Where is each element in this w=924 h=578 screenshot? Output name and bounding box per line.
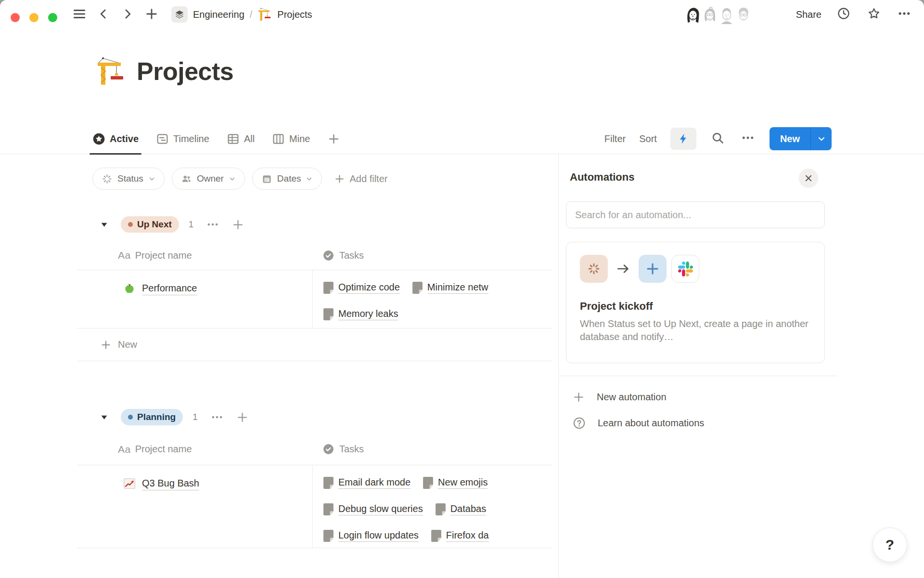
group-add-button[interactable]	[231, 218, 244, 231]
teamspace-icon[interactable]	[171, 6, 188, 23]
task-chip[interactable]: Debug slow queries	[323, 503, 423, 515]
page-icon	[323, 503, 334, 515]
clock-icon	[837, 7, 850, 22]
forward-button[interactable]	[119, 7, 136, 23]
filter-chip-status[interactable]: Status	[92, 168, 165, 190]
learn-about-automations-link[interactable]: Learn about automations	[573, 414, 704, 432]
automation-card-project-kickoff[interactable]: Project kickoff When Status set to Up Ne…	[566, 242, 825, 363]
green-apple-emoji	[123, 282, 136, 295]
new-page-button[interactable]	[143, 7, 160, 23]
project-name-cell[interactable]: Q3 Bug Bash	[77, 465, 313, 548]
chevron-down-icon	[148, 175, 155, 183]
tab-timeline[interactable]: Timeline	[156, 123, 209, 154]
tab-all[interactable]: All	[227, 123, 255, 154]
crane-emoji	[257, 7, 272, 22]
task-title-link[interactable]: Memory leaks	[338, 308, 398, 320]
filter-button[interactable]: Filter	[604, 133, 626, 144]
task-chip[interactable]: Email dark mode	[323, 477, 411, 489]
close-window-button[interactable]	[11, 13, 20, 22]
status-pill-up-next[interactable]: Up Next	[121, 216, 179, 233]
help-button[interactable]: ?	[873, 527, 907, 562]
crane-emoji	[95, 56, 126, 87]
automations-button[interactable]	[670, 128, 696, 150]
task-chip[interactable]: Memory leaks	[323, 308, 398, 320]
collapse-toggle-icon[interactable]	[100, 413, 108, 421]
task-title-link[interactable]: Optimize code	[338, 282, 400, 294]
ellipsis-icon	[741, 131, 755, 147]
task-title-link[interactable]: Login flow updates	[338, 530, 419, 542]
new-entry-dropdown[interactable]	[810, 127, 832, 150]
tasks-cell: Email dark mode New emojis Debug slow qu…	[313, 465, 552, 548]
close-panel-button[interactable]	[799, 169, 818, 188]
collapse-toggle-icon[interactable]	[100, 221, 108, 229]
favorite-button[interactable]	[866, 6, 882, 23]
tab-active[interactable]: Active	[92, 123, 139, 154]
breadcrumb-teamspace[interactable]: Engineering	[193, 9, 244, 20]
add-view-button[interactable]	[327, 123, 340, 154]
slack-icon	[671, 255, 699, 283]
search-view-button[interactable]	[710, 131, 726, 147]
new-row-button[interactable]: New	[77, 328, 552, 361]
task-title-link[interactable]: Debug slow queries	[338, 503, 423, 515]
sort-button[interactable]: Sort	[639, 133, 657, 144]
task-chip[interactable]: Minimize netw	[412, 282, 488, 294]
updates-clock-button[interactable]	[835, 6, 852, 23]
new-automation-button[interactable]: New automation	[573, 388, 667, 406]
status-dot	[128, 222, 133, 227]
task-chip[interactable]: Login flow updates	[323, 530, 419, 542]
arrow-right-icon	[616, 261, 631, 276]
table-columns-header: Aa Project name Tasks	[77, 241, 552, 270]
project-title-link[interactable]: Performance	[142, 282, 197, 295]
add-filter-button[interactable]: Add filter	[334, 173, 387, 184]
zoom-window-button[interactable]	[48, 13, 57, 22]
automation-search-input[interactable]	[566, 202, 824, 228]
minimize-window-button[interactable]	[29, 13, 38, 22]
chart-increasing-emoji	[123, 477, 136, 490]
tab-mine[interactable]: Mine	[272, 123, 310, 154]
share-button[interactable]: Share	[796, 9, 821, 20]
page-icon	[323, 308, 334, 320]
page-icon	[323, 530, 334, 542]
task-title-link[interactable]: Firefox da	[446, 530, 489, 542]
task-chip[interactable]: Databas	[436, 503, 487, 515]
plus-icon	[145, 7, 158, 23]
chevron-down-icon	[306, 175, 313, 183]
column-header-tasks[interactable]: Tasks	[313, 443, 364, 455]
task-chip[interactable]: New emojis	[423, 477, 488, 489]
filter-chip-owner[interactable]: Owner	[172, 168, 245, 190]
column-header-project-name[interactable]: Aa Project name	[77, 444, 313, 455]
task-title-link[interactable]: New emojis	[438, 477, 488, 489]
breadcrumb-page[interactable]: Projects	[277, 9, 312, 20]
page-icon	[423, 477, 433, 489]
page-icon	[431, 530, 441, 542]
page-options-button[interactable]	[896, 6, 912, 23]
table-row-q3-bug-bash[interactable]: Q3 Bug Bash Email dark mode New emojis	[77, 465, 552, 548]
column-header-project-name[interactable]: Aa Project name	[77, 250, 313, 261]
filter-chip-dates[interactable]: Dates	[252, 168, 322, 190]
project-title-link[interactable]: Q3 Bug Bash	[142, 477, 199, 490]
view-options-button[interactable]	[740, 131, 756, 147]
panel-section-divider	[558, 376, 837, 376]
notion-window: Engineering / Projects Share	[0, 0, 924, 578]
status-pill-planning[interactable]: Planning	[121, 409, 183, 425]
star-icon	[867, 7, 881, 22]
star-circle-icon	[92, 132, 105, 145]
sidebar-menu-button[interactable]	[71, 7, 88, 23]
back-button[interactable]	[95, 7, 112, 23]
avatar[interactable]	[733, 5, 754, 25]
column-header-tasks[interactable]: Tasks	[313, 250, 364, 262]
task-title-link[interactable]: Minimize netw	[427, 282, 488, 294]
group-add-button[interactable]	[236, 411, 249, 424]
task-chip[interactable]: Optimize code	[323, 282, 400, 294]
group-options-button[interactable]	[210, 410, 224, 424]
new-entry-label[interactable]: New	[770, 127, 810, 150]
project-name-cell[interactable]: Performance	[77, 270, 313, 328]
task-title-link[interactable]: Databas	[450, 503, 487, 515]
task-chip[interactable]: Firefox da	[431, 530, 489, 542]
status-burst-icon	[102, 173, 113, 184]
task-title-link[interactable]: Email dark mode	[338, 477, 411, 489]
learn-about-automations-label: Learn about automations	[598, 418, 704, 429]
table-row-performance[interactable]: Performance Optimize code Minimize netw	[77, 270, 552, 328]
group-options-button[interactable]	[205, 217, 220, 232]
plus-icon	[334, 173, 345, 184]
